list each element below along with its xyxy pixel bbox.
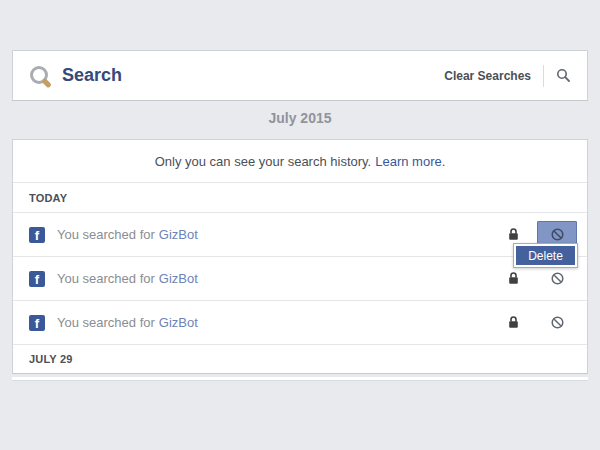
search-history-icon xyxy=(29,64,53,88)
header-actions: Clear Searches xyxy=(444,65,571,87)
facebook-glyph: f xyxy=(35,228,39,243)
section-header-july-29: JULY 29 xyxy=(13,345,587,373)
vertical-divider xyxy=(543,65,544,87)
section-header-today: TODAY xyxy=(13,183,587,213)
privacy-lock-icon[interactable] xyxy=(508,228,519,241)
search-query-link[interactable]: GizBot xyxy=(159,315,198,330)
magnifier-handle xyxy=(41,77,52,88)
block-button[interactable] xyxy=(537,265,577,293)
delete-dropdown-menu: Delete xyxy=(513,243,578,268)
header-title-group: Search xyxy=(29,64,122,88)
search-query-link[interactable]: GizBot xyxy=(159,271,198,286)
search-icon[interactable] xyxy=(556,68,571,83)
page-title: Search xyxy=(62,65,122,86)
facebook-glyph: f xyxy=(35,316,39,331)
facebook-icon: f xyxy=(29,227,45,243)
block-button[interactable] xyxy=(537,309,577,337)
month-heading: July 2015 xyxy=(0,110,600,126)
privacy-notice-text: Only you can see your search history. xyxy=(155,154,372,169)
delete-menu-item[interactable]: Delete xyxy=(516,246,575,265)
row-prefix: You searched for xyxy=(57,315,155,330)
search-history-row: f You searched forGizBot xyxy=(13,257,587,301)
search-history-row: f You searched forGizBot xyxy=(13,213,587,257)
search-query-link[interactable]: GizBot xyxy=(159,227,198,242)
clear-searches-button[interactable]: Clear Searches xyxy=(444,69,531,83)
row-text: You searched forGizBot xyxy=(57,315,198,330)
card-footer-strip xyxy=(12,377,588,381)
facebook-icon: f xyxy=(29,271,45,287)
privacy-notice-row: Only you can see your search history. Le… xyxy=(13,140,587,183)
search-history-row: f You searched forGizBot xyxy=(13,301,587,345)
search-header-card: Search Clear Searches xyxy=(12,50,588,101)
row-prefix: You searched for xyxy=(57,227,155,242)
learn-more-link[interactable]: Learn more. xyxy=(375,154,445,169)
row-prefix: You searched for xyxy=(57,271,155,286)
privacy-lock-icon[interactable] xyxy=(508,272,519,285)
row-actions xyxy=(508,265,577,293)
row-text: You searched forGizBot xyxy=(57,271,198,286)
facebook-icon: f xyxy=(29,315,45,331)
search-history-card: Only you can see your search history. Le… xyxy=(12,139,588,374)
row-actions xyxy=(508,309,577,337)
facebook-glyph: f xyxy=(35,272,39,287)
activity-log-search-screen: Search Clear Searches July 2015 Only you… xyxy=(0,0,600,450)
row-text: You searched forGizBot xyxy=(57,227,198,242)
privacy-lock-icon[interactable] xyxy=(508,316,519,329)
